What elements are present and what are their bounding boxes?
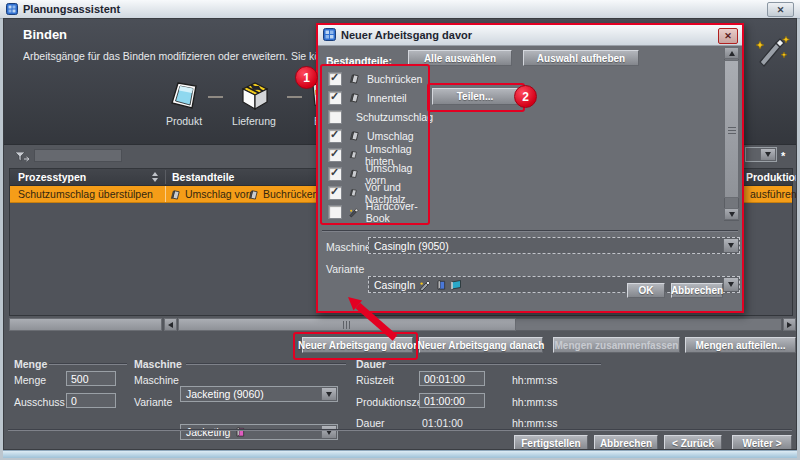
table-header-bestandteile[interactable]: Bestandteile: [172, 171, 234, 183]
produktionszeit-input[interactable]: [419, 393, 485, 408]
dialog-vscroll-down[interactable]: [724, 208, 739, 220]
dialog-vscroll-thumb[interactable]: [724, 60, 739, 198]
ruestzeit-label: Rüstzeit: [356, 374, 394, 386]
mengen-aufteilen-button[interactable]: Mengen aufteilen...: [685, 337, 796, 353]
annotation-arrow: [330, 285, 410, 345]
checkbox[interactable]: [328, 148, 342, 162]
window-titlebar: Planungsassistent ✕: [0, 0, 800, 19]
checkbox[interactable]: [328, 129, 342, 143]
magic-wand-icon: [751, 32, 793, 68]
column-options-combo[interactable]: [745, 147, 777, 162]
abbrechen-button[interactable]: Abbrechen: [594, 435, 658, 450]
hscroll-right-arrow[interactable]: [783, 318, 796, 331]
time-format-label: hh:mm:ss: [512, 417, 558, 429]
book-blue-icon: [435, 279, 446, 291]
step-label-produkt: Produkt: [149, 115, 219, 127]
dialog-icon: [323, 28, 336, 41]
book-icon: [349, 73, 360, 84]
checkbox[interactable]: [328, 167, 342, 181]
app-icon: [6, 3, 18, 15]
ruestzeit-input[interactable]: [419, 371, 485, 386]
close-icon: ✕: [724, 31, 732, 41]
close-icon: ✕: [777, 5, 785, 15]
mengen-zusammenfassen-button[interactable]: Mengen zusammenfassen: [553, 337, 680, 353]
dialog-maschine-combo[interactable]: CasingIn (9050): [368, 237, 740, 254]
checkbox[interactable]: [328, 205, 342, 219]
alle-auswaehlen-button[interactable]: Alle auswählen: [408, 50, 512, 66]
hscroll-left-arrow[interactable]: [164, 318, 177, 331]
item-label: Umschlag: [367, 130, 414, 142]
group-divider: [49, 363, 127, 365]
neuer-arbeitsgang-danach-button[interactable]: Neuer Arbeitsgang danach: [419, 337, 543, 353]
bestandteile-label: Bestandteile:: [326, 55, 392, 67]
dialog-titlebar: Neuer Arbeitsgang davor ✕: [318, 25, 742, 46]
weiter-button[interactable]: Weiter >: [732, 435, 792, 450]
window-close-button[interactable]: ✕: [767, 2, 794, 17]
step-label-lieferung: Lieferung: [219, 115, 289, 127]
menge-label: Menge: [14, 374, 46, 386]
variante-combo[interactable]: Jacketing: [180, 424, 338, 440]
item-label: Innenteil: [367, 92, 407, 104]
arrow-left-icon: [168, 322, 173, 328]
time-format-label: hh:mm:ss: [512, 374, 558, 386]
teilen-button[interactable]: Teilen...: [432, 88, 518, 105]
window-title: Planungsassistent: [23, 3, 120, 15]
arrow-up-icon: [729, 51, 735, 56]
chevron-down-icon: [321, 388, 336, 400]
column-options-asterisk: *: [781, 150, 785, 162]
table-header-prozesstypen[interactable]: Prozesstypen: [18, 171, 86, 183]
hscroll-left-thumb[interactable]: [9, 318, 162, 331]
checkbox[interactable]: [328, 72, 342, 86]
bestandteil-chip: Umschlag vorn: [170, 188, 255, 200]
grip-icon: [728, 125, 736, 134]
dauer-label: Dauer: [356, 417, 385, 429]
dialog-ok-button[interactable]: OK: [627, 283, 665, 298]
dialog-close-button[interactable]: ✕: [718, 28, 738, 44]
book-icon: [349, 149, 358, 160]
book-icon: [349, 168, 359, 179]
filter-icon: [15, 152, 30, 163]
product-icon: [169, 81, 201, 111]
list-item: Hardcover-Book: [328, 202, 428, 221]
planungsassistent-window: Planungsassistent ✕ Binden Arbeitsgänge …: [0, 0, 800, 460]
cell-produktion: ausführen: [750, 188, 797, 200]
checkbox[interactable]: [328, 186, 342, 200]
chevron-down-icon: [321, 426, 336, 438]
column-divider: [165, 170, 166, 184]
item-label: Buchrücken: [367, 73, 422, 85]
brush-icon: [419, 279, 431, 291]
item-label: Schutzumschlag: [356, 111, 433, 123]
dauer-value: 01:01:00: [422, 417, 463, 429]
book-icon: [170, 189, 181, 200]
dialog-cancel-button[interactable]: Abbrechen: [671, 283, 723, 298]
auswahl-aufheben-button[interactable]: Auswahl aufheben: [523, 50, 639, 66]
fertigstellen-button[interactable]: Fertigstellen: [514, 435, 588, 450]
menge-input[interactable]: [66, 371, 116, 386]
produktionszeit-label: Produktionszeit: [356, 396, 428, 408]
brush-icon: [349, 206, 359, 218]
chevron-down-icon: [723, 239, 738, 252]
group-divider: [389, 363, 601, 365]
page-title: Binden: [23, 27, 67, 42]
maschine-label: Maschine: [134, 374, 179, 386]
dialog-maschine-label: Maschine: [326, 241, 371, 253]
step-connector: [287, 96, 302, 98]
ausschuss-input[interactable]: [66, 393, 116, 408]
column-divider: [165, 186, 166, 202]
checkbox[interactable]: [328, 91, 342, 105]
variante-label: Variante: [134, 396, 172, 408]
zurueck-button[interactable]: < Zurück: [664, 435, 722, 450]
bestandteil-chip: Buchrücken: [248, 188, 318, 200]
chevron-down-icon: [760, 149, 775, 160]
annotation-badge-2: 2: [514, 85, 537, 108]
dialog-vscroll-up[interactable]: [724, 47, 739, 59]
list-item: Innenteil: [328, 88, 428, 107]
group-divider: [186, 363, 346, 365]
maschine-combo[interactable]: Jacketing (9060): [180, 386, 338, 402]
footer-divider: [8, 429, 792, 431]
step-connector: [208, 96, 223, 98]
table-header-produktion[interactable]: Produktion: [746, 171, 797, 183]
checkbox[interactable]: [328, 110, 342, 124]
filter-input[interactable]: [34, 149, 122, 162]
package-icon: [238, 80, 272, 111]
